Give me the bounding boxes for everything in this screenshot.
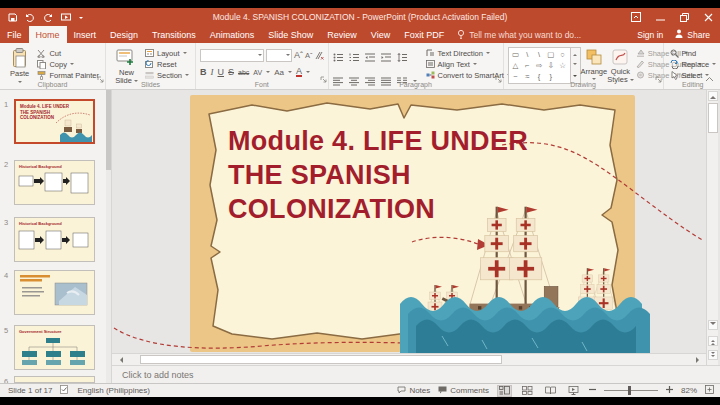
numbering-button[interactable] (349, 48, 360, 66)
zoom-slider-thumb[interactable] (628, 386, 631, 395)
scroll-left-icon[interactable] (114, 355, 125, 364)
thumbnail-slide-2[interactable]: Historical Background (14, 160, 95, 205)
shape-triangle-icon[interactable]: △ (513, 62, 519, 69)
collapse-ribbon-icon[interactable] (705, 68, 714, 86)
font-name-combo[interactable] (200, 49, 264, 62)
redo-icon[interactable] (43, 13, 53, 22)
shape-arc-icon[interactable]: ~ (513, 73, 517, 80)
vertical-scrollbar[interactable] (706, 90, 718, 365)
bullets-button[interactable] (333, 48, 344, 66)
next-slide-button[interactable] (708, 350, 718, 360)
zoom-slider[interactable] (604, 390, 658, 391)
font-size-combo[interactable] (266, 49, 292, 62)
tab-home[interactable]: Home (29, 26, 67, 43)
thumbnail-slide-5[interactable]: Government Structure (14, 325, 95, 370)
normal-view-button[interactable] (497, 385, 512, 397)
reset-button[interactable]: Reset (143, 59, 191, 69)
tab-transitions[interactable]: Transitions (145, 26, 203, 43)
share-button[interactable]: Share (675, 29, 710, 40)
vertical-scrollbar-thumb[interactable] (708, 103, 718, 133)
shape-block-arrow-right-icon[interactable]: ⇨ (536, 62, 542, 69)
shape-rectangle-icon[interactable]: ▢ (547, 51, 554, 58)
tab-animations[interactable]: Animations (203, 26, 262, 43)
clipboard-dialog-launcher-icon[interactable] (97, 69, 104, 87)
gallery-up-icon[interactable] (573, 52, 577, 56)
slide-title[interactable]: Module 4. LIFE UNDER THE SPANISH COLONIZ… (228, 124, 573, 226)
thumbnail-slide-4[interactable] (14, 270, 95, 315)
horizontal-scrollbar-thumb[interactable] (140, 355, 502, 364)
new-slide-button[interactable]: New Slide (110, 46, 143, 85)
shape-line-icon[interactable]: \ (526, 51, 528, 58)
slide-canvas[interactable]: Module 4. LIFE UNDER THE SPANISH COLONIZ… (112, 90, 706, 353)
copy-button[interactable]: Copy (35, 59, 101, 69)
close-button[interactable] (696, 8, 720, 26)
tell-me-box[interactable]: Tell me what you want to do... (451, 26, 587, 43)
section-button[interactable]: Section (143, 70, 191, 80)
customize-qat-icon[interactable] (79, 17, 83, 21)
shape-arrow-line-icon[interactable]: \ (538, 51, 540, 58)
arrange-button[interactable]: Arrange (581, 46, 608, 82)
thumbnail-slide-1[interactable]: Module 4. LIFE UNDER THE SPANISH COLONIZ… (14, 99, 95, 144)
save-icon[interactable] (8, 13, 17, 22)
underline-button[interactable]: U (218, 67, 225, 77)
character-spacing-button[interactable]: AV (253, 69, 262, 76)
shape-brace-right-icon[interactable]: } (550, 73, 553, 80)
paragraph-dialog-launcher-icon[interactable] (495, 69, 502, 87)
sign-in-link[interactable]: Sign in (637, 30, 663, 40)
tab-file[interactable]: File (0, 26, 29, 43)
gallery-more-icon[interactable] (573, 75, 577, 79)
find-button[interactable]: Find (668, 48, 719, 58)
line-spacing-button[interactable] (397, 48, 408, 66)
text-shadow-button[interactable]: S (228, 67, 234, 77)
shape-curve-icon[interactable]: ≈ (525, 73, 529, 80)
reading-view-button[interactable] (543, 385, 558, 397)
increase-indent-button[interactable] (381, 48, 392, 66)
shapes-gallery-scroll[interactable] (571, 47, 581, 84)
layout-button[interactable]: Layout (143, 48, 191, 58)
tab-review[interactable]: Review (320, 26, 364, 43)
panel-scrollbar[interactable] (106, 90, 111, 383)
minimize-button[interactable] (648, 8, 672, 26)
tab-design[interactable]: Design (103, 26, 145, 43)
ribbon-display-options-icon[interactable] (624, 8, 648, 26)
grow-font-button[interactable]: Aˆ (294, 50, 303, 60)
italic-button[interactable]: I (211, 67, 214, 77)
shape-elbow-icon[interactable]: ⌐ (525, 62, 529, 69)
scroll-right-icon[interactable] (693, 355, 704, 364)
change-case-button[interactable]: Aa (274, 68, 284, 77)
shape-brace-left-icon[interactable]: { (538, 73, 541, 80)
shapes-gallery[interactable]: ▭ \ \ ▢ ○ △ ⌐ ⇨ ⇩ ☆ ~ ≈ { } (508, 47, 571, 84)
notes-pane[interactable]: Click to add notes (112, 365, 720, 383)
scroll-down-icon[interactable] (708, 320, 718, 330)
quick-styles-button[interactable]: Quick Styles (607, 46, 633, 84)
align-text-button[interactable]: Align Text (424, 59, 513, 69)
tab-slideshow[interactable]: Slide Show (261, 26, 320, 43)
tab-foxit-pdf[interactable]: Foxit PDF (397, 26, 451, 43)
proofing-icon[interactable] (60, 385, 69, 396)
shape-star-icon[interactable]: ☆ (559, 62, 566, 69)
shape-block-arrow-down-icon[interactable]: ⇩ (548, 62, 554, 69)
shape-oval-icon[interactable]: ○ (560, 51, 565, 58)
fit-slide-to-window-icon[interactable] (705, 385, 714, 396)
shrink-font-button[interactable]: Aˇ (305, 51, 313, 60)
font-color-button[interactable]: A (296, 67, 302, 77)
zoom-level[interactable]: 82% (681, 386, 697, 395)
strikethrough-button[interactable]: abc (238, 69, 249, 76)
start-from-beginning-icon[interactable] (61, 13, 71, 22)
gallery-down-icon[interactable] (573, 63, 577, 67)
restore-button[interactable] (672, 8, 696, 26)
thumbnail-slide-3[interactable]: Historical Background (14, 217, 95, 262)
horizontal-scrollbar[interactable] (112, 353, 706, 365)
undo-icon[interactable] (25, 13, 35, 22)
slide-sorter-view-button[interactable] (520, 385, 535, 397)
tab-insert[interactable]: Insert (67, 26, 104, 43)
decrease-indent-button[interactable] (365, 48, 376, 66)
paste-button[interactable]: Paste (4, 46, 35, 85)
font-dialog-launcher-icon[interactable] (320, 69, 327, 87)
slideshow-view-button[interactable] (566, 385, 581, 397)
panel-scrollbar-thumb[interactable] (106, 90, 111, 170)
scroll-up-icon[interactable] (708, 91, 718, 101)
clear-formatting-button[interactable] (315, 46, 324, 64)
bold-button[interactable]: B (200, 67, 207, 77)
comments-toggle-button[interactable]: Comments (438, 386, 489, 396)
